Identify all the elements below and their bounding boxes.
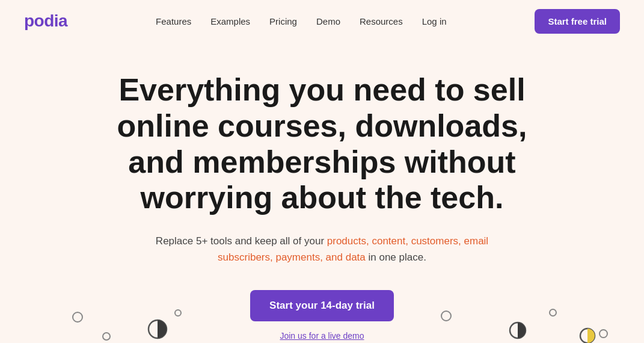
- half-circle-right: [509, 321, 527, 339]
- nav-pricing[interactable]: Pricing: [269, 16, 297, 26]
- nav-resources[interactable]: Resources: [360, 16, 403, 26]
- site-header: podia Features Examples Pricing Demo Res…: [0, 0, 644, 42]
- circle-decoration-4: [441, 311, 452, 321]
- nav-features[interactable]: Features: [156, 16, 191, 26]
- hero-section: Everything you need to sell online cours…: [0, 42, 644, 343]
- svg-point-1: [510, 323, 526, 338]
- trial-cta-button[interactable]: Start your 14-day trial: [250, 290, 394, 321]
- nav-demo[interactable]: Demo: [316, 16, 340, 26]
- nav-login[interactable]: Log in: [422, 16, 447, 26]
- circle-decoration-5: [549, 309, 557, 317]
- hero-headline: Everything you need to sell online cours…: [88, 72, 557, 216]
- svg-point-2: [580, 329, 595, 343]
- start-trial-button[interactable]: Start free trial: [535, 9, 620, 34]
- site-logo[interactable]: podia: [24, 11, 67, 31]
- svg-point-0: [149, 320, 167, 338]
- nav-examples[interactable]: Examples: [210, 16, 250, 26]
- main-nav: Features Examples Pricing Demo Resources…: [156, 16, 447, 26]
- live-demo-link[interactable]: Join us for a live demo: [280, 331, 364, 341]
- half-circle-left: [147, 319, 168, 339]
- half-circle-far-right: [579, 327, 596, 343]
- hero-subtext: Replace 5+ tools and keep all of your pr…: [154, 233, 491, 265]
- circle-decoration-6: [599, 329, 608, 338]
- circle-decoration-3: [102, 332, 111, 341]
- circle-decoration-1: [72, 312, 83, 323]
- circle-decoration-2: [174, 309, 182, 317]
